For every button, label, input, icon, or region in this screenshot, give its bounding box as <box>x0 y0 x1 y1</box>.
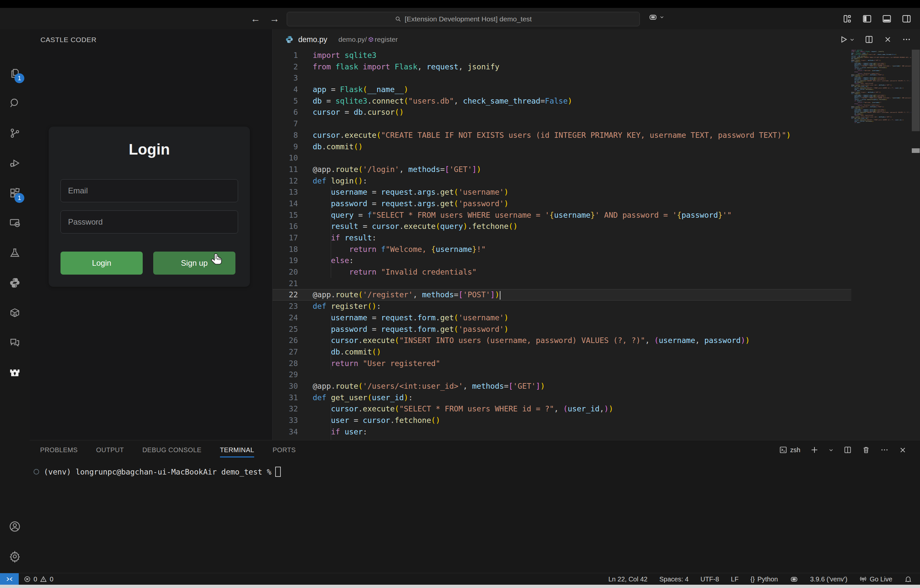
email-field[interactable] <box>60 179 238 202</box>
run-python-file-icon[interactable] <box>839 35 848 44</box>
code-line[interactable]: 5db = sqlite3.connect("users.db", check_… <box>272 96 851 107</box>
code-line[interactable]: 33 user = cursor.fetchone() <box>272 415 851 426</box>
breadcrumb-symbol[interactable]: register <box>375 36 398 44</box>
code-line[interactable]: 14 password = request.args.get('password… <box>272 198 851 209</box>
password-field[interactable] <box>60 211 238 233</box>
tab-demo-py[interactable]: demo.py <box>298 35 327 44</box>
editor-scrollbar[interactable] <box>911 50 920 440</box>
screen-bottom-strip <box>0 585 920 588</box>
code-line[interactable]: 8cursor.execute("CREATE TABLE IF NOT EXI… <box>272 130 851 141</box>
code-line[interactable]: 28 return "User registered" <box>272 358 851 369</box>
error-icon <box>24 575 31 583</box>
code-line[interactable]: 12def login(): <box>272 175 851 187</box>
tab-debug-console[interactable]: DEBUG CONSOLE <box>143 441 202 459</box>
sidebar-item-testing[interactable] <box>0 238 29 267</box>
breadcrumb-file[interactable]: demo.py/ <box>339 36 367 44</box>
tab-ports[interactable]: PORTS <box>272 441 296 459</box>
code-line[interactable]: 26 cursor.execute("INSERT INTO users (us… <box>272 335 851 346</box>
encoding[interactable]: UTF-8 <box>700 575 719 583</box>
eol-sequence[interactable]: LF <box>731 575 739 583</box>
code-line[interactable]: 18 return f"Welcome, {username}!" <box>272 244 851 255</box>
close-panel-icon[interactable] <box>899 446 907 454</box>
toggle-panel-icon[interactable] <box>882 14 892 24</box>
code-line[interactable]: 3 <box>272 72 851 84</box>
account-button[interactable] <box>0 512 29 541</box>
sidebar-item-package[interactable] <box>0 298 29 327</box>
toggle-primary-sidebar-icon[interactable] <box>862 14 872 24</box>
problems-status[interactable]: 0 0 <box>24 575 53 583</box>
code-line[interactable]: 10 <box>272 152 851 164</box>
code-line[interactable]: 25 password = request.form.get('password… <box>272 324 851 335</box>
toggle-secondary-sidebar-icon[interactable] <box>902 14 912 24</box>
new-terminal-icon[interactable] <box>810 445 819 454</box>
customize-layout-icon[interactable] <box>842 14 852 24</box>
code-line[interactable]: 29 <box>272 369 851 381</box>
code-line[interactable]: 34 if user: <box>272 426 851 438</box>
tab-output[interactable]: OUTPUT <box>96 441 124 459</box>
sidebar-item-python[interactable] <box>0 268 29 297</box>
split-editor-icon[interactable] <box>865 35 874 44</box>
code-line[interactable]: 27 db.commit() <box>272 346 851 358</box>
terminal-dropdown-chevron-icon[interactable] <box>829 447 834 452</box>
settings-button[interactable] <box>0 542 29 571</box>
braces-icon: {} <box>750 575 755 583</box>
sidebar-item-extensions[interactable]: 1 <box>0 178 29 207</box>
code-line[interactable]: 9db.commit() <box>272 141 851 152</box>
breadcrumb[interactable]: demo.py/ register <box>339 36 397 44</box>
code-line[interactable]: 7 <box>272 118 851 130</box>
sidebar-item-source-control[interactable] <box>0 119 29 147</box>
code-line[interactable]: 31def get_user(user_id): <box>272 392 851 403</box>
command-center-search[interactable]: [Extension Development Host] demo_test <box>287 12 640 26</box>
code-line[interactable]: 17 if result: <box>272 232 851 244</box>
code-line[interactable]: 15 query = f"SELECT * FROM users WHERE u… <box>272 209 851 221</box>
sidebar-item-explorer[interactable]: 1 <box>0 59 29 88</box>
code-editor[interactable]: 1import sqlite32from flask import Flask,… <box>272 50 851 440</box>
code-line[interactable]: 13 username = request.args.get('username… <box>272 186 851 198</box>
sidebar-item-search[interactable] <box>0 89 29 118</box>
more-actions-icon[interactable] <box>902 35 911 44</box>
code-line[interactable]: 21 <box>272 278 851 289</box>
notifications-bell-icon[interactable] <box>904 575 912 583</box>
kill-terminal-icon[interactable] <box>862 445 870 454</box>
code-line[interactable]: 20 return "Invalid credentials" <box>272 266 851 278</box>
command-center-text: [Extension Development Host] demo_test <box>405 15 532 23</box>
code-line[interactable]: 2from flask import Flask, request, jsoni… <box>272 61 851 73</box>
close-editor-icon[interactable] <box>883 35 892 44</box>
scrollbar-thumb[interactable] <box>912 50 920 131</box>
copilot-status-icon[interactable] <box>790 575 799 583</box>
tab-problems[interactable]: PROBLEMS <box>40 441 78 459</box>
tab-terminal[interactable]: TERMINAL <box>220 441 254 459</box>
forward-icon[interactable]: → <box>270 13 280 24</box>
code-line[interactable]: 22@app.route('/register', methods=['POST… <box>272 289 851 301</box>
code-line[interactable]: 19 else: <box>272 255 851 266</box>
code-line[interactable]: 16 result = cursor.execute(query).fetcho… <box>272 221 851 232</box>
split-terminal-icon[interactable] <box>843 445 852 454</box>
code-line[interactable]: 4app = Flask(__name__) <box>272 84 851 96</box>
copilot-menu[interactable] <box>648 13 664 22</box>
panel-more-icon[interactable] <box>880 445 889 454</box>
code-line[interactable]: 32 cursor.execute("SELECT * FROM users W… <box>272 403 851 415</box>
terminal-shell-selector[interactable]: zsh <box>779 445 800 454</box>
code-line[interactable]: 1import sqlite3 <box>272 50 851 61</box>
back-icon[interactable]: ← <box>251 13 261 24</box>
code-line[interactable]: 6cursor = db.cursor() <box>272 107 851 118</box>
sidebar-item-run-debug[interactable] <box>0 149 29 178</box>
terminal-content[interactable]: (venv) longrunpc@bagchan-ui-MacBookAir d… <box>34 467 281 477</box>
code-line[interactable]: 11@app.route('/login', methods=['GET']) <box>272 164 851 175</box>
indentation[interactable]: Spaces: 4 <box>659 575 688 583</box>
login-button[interactable]: Login <box>60 251 143 275</box>
language-mode[interactable]: {} Python <box>750 575 778 583</box>
code-line[interactable]: 30@app.route('/users/<int:user_id>', met… <box>272 381 851 392</box>
sidebar-item-remote-explorer[interactable] <box>0 209 29 237</box>
minimap[interactable]: import sqlite3from flask import Flask, r… <box>851 50 911 158</box>
code-line[interactable]: 24 username = request.form.get('username… <box>272 312 851 324</box>
remote-indicator[interactable] <box>0 573 19 585</box>
cursor-position[interactable]: Ln 22, Col 42 <box>608 575 648 583</box>
python-interpreter[interactable]: 3.9.6 ('venv') <box>810 575 847 583</box>
sidebar-item-chat[interactable] <box>0 328 29 357</box>
code-line[interactable]: 23def register(): <box>272 301 851 312</box>
go-live-button[interactable]: Go Live <box>859 575 892 583</box>
run-dropdown-chevron-icon[interactable] <box>850 37 855 42</box>
symbol-method-icon <box>368 36 374 43</box>
sidebar-item-castle-coder[interactable] <box>0 358 29 387</box>
